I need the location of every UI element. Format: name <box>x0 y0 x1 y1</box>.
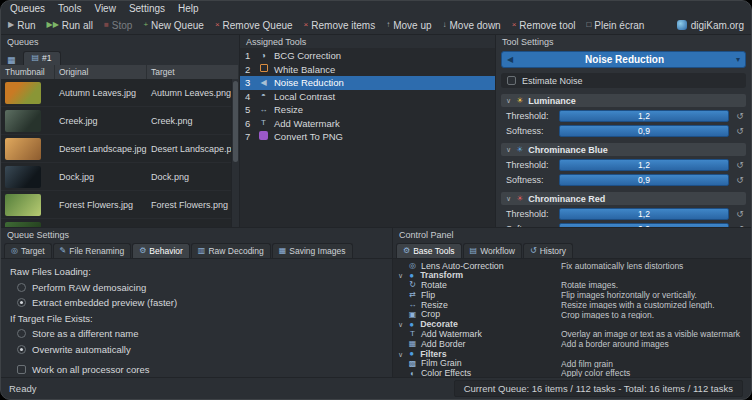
table-row[interactable]: Desert Landscape.jpg Desert Landscape.pn… <box>1 135 239 163</box>
tool-index: 2 <box>245 64 253 75</box>
tab-behavior[interactable]: ⚙ Behavior <box>132 243 190 258</box>
menu-help[interactable]: Help <box>178 3 199 14</box>
radio-store-different-name[interactable]: Store as a different name <box>10 328 383 339</box>
tab-base-tools[interactable]: ⚙ Base Tools <box>396 243 462 258</box>
threshold-row: Threshold: 1,2 ↺ <box>501 208 746 220</box>
chrominance-red-group-header[interactable]: ∨ ☀ Chrominance Red <box>501 192 746 205</box>
queue-scrollbar[interactable] <box>231 79 239 227</box>
tree-item-crop[interactable]: ▣ Crop Crop images to a region. <box>393 310 751 320</box>
column-thumbnail[interactable]: Thumbnail <box>1 65 55 79</box>
softness-label: Softness: <box>506 175 554 185</box>
collapse-caret-icon[interactable]: ∨ <box>398 351 403 358</box>
tab-workflow[interactable]: ▤ Workflow <box>463 243 522 258</box>
assigned-tools-list: 1 ◑ BCG Correction 2 White Balance 3 ◀ N… <box>240 48 495 227</box>
add-border-icon: ▦ <box>408 340 417 348</box>
radio-icon-selected[interactable] <box>17 298 26 307</box>
queue-tab-1[interactable]: ▤ #1 <box>23 51 61 65</box>
remove-tool-button[interactable]: × Remove tool <box>512 20 576 31</box>
estimate-noise-row[interactable]: Estimate Noise <box>501 73 746 88</box>
reset-icon[interactable]: ↺ <box>734 209 746 219</box>
run-all-button[interactable]: ▶▶ Run all <box>47 20 93 31</box>
remove-queue-button[interactable]: × Remove Queue <box>215 20 293 31</box>
tree-group-filters[interactable]: ∨ ● Filters <box>393 349 751 359</box>
table-row[interactable]: Dock.jpg Dock.png <box>1 163 239 191</box>
group-name: Transform <box>420 271 463 280</box>
luminance-group-header[interactable]: ∨ ☀ Luminance <box>501 94 746 107</box>
fullscreen-label: Plein écran <box>594 20 644 31</box>
radio-icon[interactable] <box>17 283 26 292</box>
queue-photo-icon[interactable]: ▦ <box>4 55 19 65</box>
radio-perform-raw-demosaicing[interactable]: Perform RAW demosaicing <box>10 282 383 293</box>
column-target[interactable]: Target <box>147 65 239 79</box>
tab-file-renaming[interactable]: ✎ File Renaming <box>53 243 132 258</box>
assigned-tool-row[interactable]: 1 ◑ BCG Correction <box>240 49 495 63</box>
original-name: Creek.jpg <box>55 116 147 126</box>
run-button[interactable]: ▶ Run <box>8 20 36 31</box>
remove-items-button[interactable]: × Remove items <box>304 20 376 31</box>
move-down-button[interactable]: ↓ Move down <box>443 20 501 31</box>
reset-icon[interactable]: ↺ <box>734 160 746 170</box>
tab-history[interactable]: ↺ History <box>523 243 573 258</box>
table-row[interactable]: Forest Flowers.jpg Forest Flowers.png <box>1 191 239 219</box>
radio-icon-selected[interactable] <box>17 345 26 354</box>
radio-icon[interactable] <box>17 329 26 338</box>
radio-extract-embedded-preview[interactable]: Extract embedded preview (faster) <box>10 297 383 308</box>
target-name: Autumn Leaves.png <box>147 88 239 98</box>
reset-icon[interactable]: ↺ <box>734 175 746 185</box>
new-queue-label: New Queue <box>151 20 204 31</box>
tool-settings-header[interactable]: ◀ Noise Reduction ▾ <box>501 51 746 68</box>
menu-settings[interactable]: Settings <box>129 3 165 14</box>
tree-group-decorate[interactable]: ∨ ● Decorate <box>393 320 751 330</box>
tree-item-lens-auto-correction[interactable]: ◎ Lens Auto-Correction Fix automatically… <box>393 261 751 271</box>
menu-view[interactable]: View <box>94 3 116 14</box>
threshold-value: 1,2 <box>638 160 650 170</box>
assigned-tool-row[interactable]: 6 T Add Watermark <box>240 117 495 131</box>
reset-icon[interactable]: ↺ <box>734 111 746 121</box>
tree-item-add-border[interactable]: ▦ Add Border Add a border around images <box>393 339 751 349</box>
assigned-tool-row[interactable]: 2 White Balance <box>240 63 495 77</box>
chrominance-blue-group-header[interactable]: ∨ ☀ Chrominance Blue <box>501 143 746 156</box>
estimate-noise-checkbox[interactable] <box>507 76 516 85</box>
table-row[interactable]: Creek.jpg Creek.png <box>1 107 239 135</box>
menu-queues[interactable]: Queues <box>10 3 45 14</box>
tree-item-flip[interactable]: ⇄ Flip Flip images horizontally or verti… <box>393 290 751 300</box>
assigned-tool-row[interactable]: 4 ◓ Local Contrast <box>240 90 495 104</box>
move-up-button[interactable]: ↑ Move up <box>386 20 431 31</box>
assigned-tool-row-selected[interactable]: 3 ◀ Noise Reduction <box>240 76 495 90</box>
tab-saving-images[interactable]: ▦ Saving Images <box>272 243 353 258</box>
column-original[interactable]: Original <box>55 65 147 79</box>
tree-group-transform[interactable]: ∨ ● Transform <box>393 271 751 281</box>
new-queue-button[interactable]: + New Queue <box>143 20 203 31</box>
softness-slider[interactable]: 0,9 <box>559 174 729 186</box>
assigned-tool-row[interactable]: 7 Convert To PNG <box>240 130 495 144</box>
table-row[interactable]: Forest.jpg Forest.png <box>1 219 239 227</box>
digikam-brand-link[interactable]: digiKam.org <box>677 20 744 31</box>
collapse-caret-icon[interactable]: ∨ <box>398 321 403 328</box>
threshold-slider[interactable]: 1,2 <box>559 159 729 171</box>
reset-icon[interactable]: ↺ <box>734 126 746 136</box>
threshold-slider[interactable]: 1,2 <box>559 110 729 122</box>
tree-item-color-effects[interactable]: ◐ Color Effects Apply color effects <box>393 369 751 377</box>
target-name: Forest Flowers.png <box>147 200 239 210</box>
threshold-slider[interactable]: 1,2 <box>559 208 729 220</box>
queue-scrollbar-thumb[interactable] <box>233 81 238 162</box>
work-all-cores-checkbox-row[interactable]: Work on all processor cores <box>10 364 383 375</box>
tab-target[interactable]: ◎ Target <box>4 243 52 258</box>
menu-tools[interactable]: Tools <box>58 3 81 14</box>
tree-item-film-grain[interactable]: ▩ Film Grain Add film grain <box>393 359 751 369</box>
tab-raw-decoding[interactable]: ▥ Raw Decoding <box>191 243 271 258</box>
tool-description: Overlay an image or text as a visible wa… <box>561 330 751 339</box>
softness-slider[interactable]: 0,9 <box>559 125 729 137</box>
tree-item-rotate[interactable]: ↻ Rotate Rotate images. <box>393 281 751 291</box>
collapse-caret-icon[interactable]: ∨ <box>398 272 403 279</box>
tree-item-add-watermark[interactable]: T Add Watermark Overlay an image or text… <box>393 330 751 340</box>
tool-settings-panel: Tool Settings ◀ Noise Reduction ▾ Estima… <box>496 35 751 227</box>
checkbox-icon[interactable] <box>17 365 26 374</box>
assigned-tool-row[interactable]: 5 ↔ Resize <box>240 103 495 117</box>
tab-label: Target <box>21 246 45 256</box>
radio-label: Store as a different name <box>32 328 139 339</box>
tree-item-resize[interactable]: ↔ Resize Resize images with a customized… <box>393 300 751 310</box>
table-row[interactable]: Autumn Leaves.jpg Autumn Leaves.png <box>1 79 239 107</box>
fullscreen-button[interactable]: □ Plein écran <box>586 20 644 31</box>
radio-overwrite-automatically[interactable]: Overwrite automatically <box>10 344 383 355</box>
